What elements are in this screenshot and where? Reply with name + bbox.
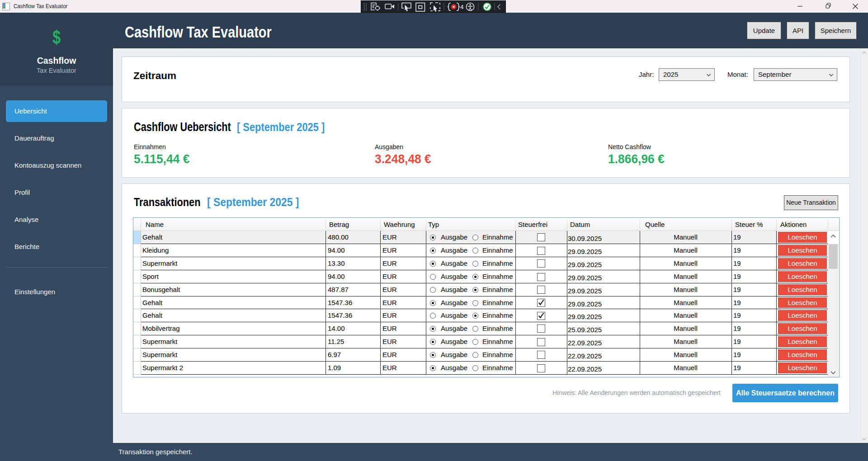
svg-text:4: 4 [460,4,464,10]
